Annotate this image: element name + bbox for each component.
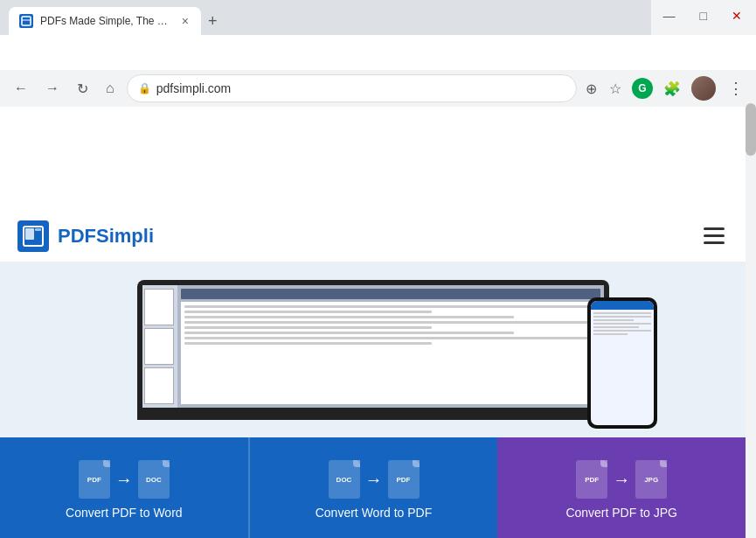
laptop-screen — [142, 285, 604, 408]
pdf-line — [184, 342, 432, 345]
logo-icon — [17, 220, 49, 252]
hamburger-line-1 — [704, 227, 725, 230]
svg-rect-3 — [25, 228, 34, 240]
new-tab-button[interactable]: + — [201, 7, 225, 35]
phone-line — [593, 312, 651, 314]
tab-favicon — [19, 14, 33, 28]
phone-line — [593, 316, 651, 318]
scrollbar-thumb[interactable] — [746, 103, 756, 156]
browser-chrome: PDFs Made Simple, The Best to C × + — □ … — [0, 0, 756, 107]
phone-screen — [591, 301, 654, 425]
forward-button[interactable]: → — [40, 77, 65, 100]
pdf-text-area — [181, 302, 600, 404]
hamburger-line-2 — [704, 234, 725, 237]
logo-text: PDFSimpli — [58, 225, 154, 248]
pdf-line — [184, 337, 597, 339]
phone-line — [593, 323, 651, 325]
svg-rect-0 — [22, 17, 31, 25]
card-3-label: Convert PDF to JPG — [565, 506, 677, 520]
card-icon-group: PDF → DOC — [79, 460, 170, 499]
minimize-button[interactable]: — — [658, 7, 681, 24]
tab-title: PDFs Made Simple, The Best to C — [40, 15, 173, 27]
address-bar-row: ← → ↻ ⌂ 🔒 pdfsimpli.com ⊕ ☆ G 🧩 ⋮ — [0, 70, 756, 107]
pdf-file-icon-3: PDF — [576, 460, 607, 499]
pdf-line — [184, 316, 515, 318]
extensions-button[interactable]: 🧩 — [662, 79, 683, 99]
phone-mockup — [587, 297, 657, 429]
scrollbar-track — [746, 103, 756, 538]
hamburger-line-3 — [704, 241, 725, 244]
page-content: PDFSimpli — [0, 210, 746, 538]
title-bar: PDFs Made Simple, The Best to C × + — □ … — [0, 0, 756, 35]
profile-avatar[interactable] — [691, 76, 716, 101]
pdf-line — [184, 321, 597, 324]
pdf-preview — [142, 285, 604, 408]
hero-section — [0, 262, 746, 437]
pdf-toolbar — [181, 289, 600, 299]
back-button[interactable]: ← — [9, 77, 33, 100]
pdf-main-view — [177, 285, 604, 408]
convert-word-to-pdf-card[interactable]: DOC → PDF Convert Word to PDF — [248, 437, 498, 538]
jpg-file-icon: JPG — [635, 460, 667, 499]
phone-line — [593, 333, 628, 335]
site-header: PDFSimpli — [0, 210, 746, 262]
pdf-line — [184, 305, 597, 308]
pdf-line — [184, 332, 515, 334]
pdf-line — [184, 311, 432, 313]
doc-file-icon-2: DOC — [329, 460, 360, 499]
arrow-icon: → — [115, 470, 133, 490]
zoom-button[interactable]: ⊕ — [584, 79, 599, 99]
tab-close-button[interactable]: × — [180, 14, 191, 28]
browser-toolbar: ⊕ ☆ G 🧩 ⋮ — [584, 76, 747, 101]
lock-icon: 🔒 — [138, 82, 151, 94]
home-button[interactable]: ⌂ — [101, 77, 120, 100]
pdf-thumb-3 — [144, 367, 174, 404]
phone-line — [593, 326, 640, 328]
avatar-image — [691, 76, 716, 101]
phone-line — [593, 330, 651, 332]
doc-file-icon: DOC — [138, 460, 170, 499]
browser-tab[interactable]: PDFs Made Simple, The Best to C × — [9, 7, 201, 35]
card-icon-group: DOC → PDF — [329, 460, 420, 499]
convert-pdf-to-word-card[interactable]: PDF → DOC Convert PDF to Word — [0, 437, 248, 538]
pdf-thumb-1 — [144, 289, 174, 325]
close-button[interactable]: ✕ — [726, 7, 747, 24]
pdf-file-icon: PDF — [79, 460, 110, 499]
phone-content — [591, 310, 654, 425]
maximize-button[interactable]: □ — [695, 7, 712, 24]
device-mockup — [89, 271, 657, 429]
phone-toolbar — [591, 301, 654, 310]
feature-cards-section: PDF → DOC Convert PDF to Word DOC → PDF … — [0, 437, 746, 538]
phone-line — [593, 319, 634, 321]
svg-rect-4 — [35, 228, 41, 231]
pdf-thumb-2 — [144, 328, 174, 365]
url-text: pdfsimpli.com — [156, 81, 565, 95]
bookmark-button[interactable]: ☆ — [607, 79, 623, 99]
grammarly-extension[interactable]: G — [632, 78, 653, 99]
card-1-label: Convert PDF to Word — [66, 506, 183, 520]
pdf-sidebar — [142, 285, 177, 408]
browser-menu-button[interactable]: ⋮ — [725, 77, 747, 100]
logo-area: PDFSimpli — [17, 220, 154, 252]
convert-pdf-to-jpg-card[interactable]: PDF → JPG Convert PDF to JPG — [497, 437, 746, 538]
pdf-file-icon-2: PDF — [388, 460, 420, 499]
card-icon-group: PDF → JPG — [576, 460, 667, 499]
pdf-line — [184, 326, 432, 329]
arrow-icon: → — [613, 470, 630, 490]
hamburger-menu-button[interactable] — [700, 224, 728, 248]
address-bar[interactable]: 🔒 pdfsimpli.com — [127, 74, 577, 102]
laptop-mockup — [137, 280, 609, 420]
reload-button[interactable]: ↻ — [72, 77, 94, 101]
arrow-icon: → — [365, 470, 383, 490]
card-2-label: Convert Word to PDF — [316, 506, 433, 520]
